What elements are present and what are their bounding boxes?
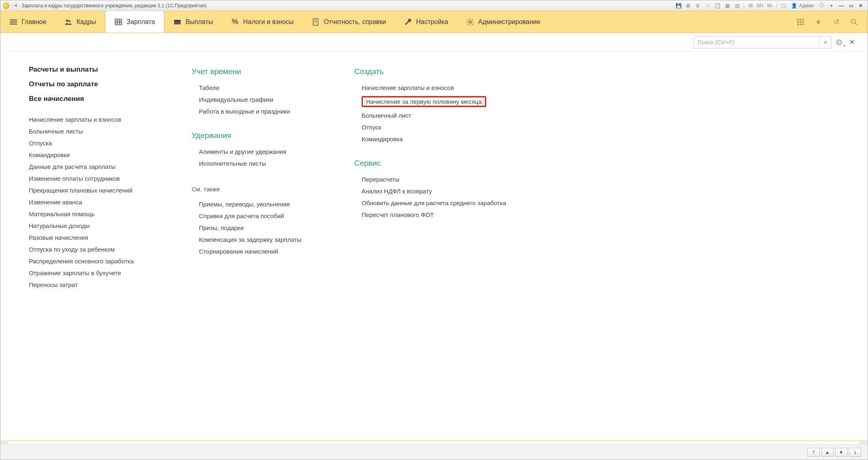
list-item[interactable]: Табели [192,82,330,94]
history-icon[interactable]: ↺ [832,18,841,26]
svg-rect-20 [797,24,799,25]
search-field-wrap: × [693,36,831,48]
nav-settings[interactable]: Настройка [395,11,457,33]
info-icon[interactable]: ⓘ [817,2,826,10]
separator [776,2,777,9]
see-also-links: Приемы, переводы, увольнения Справки для… [192,198,330,257]
minimize-button[interactable]: — [837,2,846,10]
document-icon[interactable]: 🗎 [694,2,702,10]
svg-rect-18 [800,21,801,23]
nav-label: Зарплата [126,18,155,26]
list-item[interactable]: Сторнирования начислений [192,245,330,257]
nav-label: Отчетность, справки [324,18,386,26]
titlebar: ◄ Зарплата и кадры государственного учре… [0,0,868,11]
list-item[interactable]: Прекращения плановых начислений [29,184,167,196]
gear-icon [466,18,474,26]
link-calculations-payments[interactable]: Расчеты и выплаты [29,62,167,77]
maximize-button[interactable]: ▭ [846,2,855,10]
list-item[interactable]: Данные для расчета зарплаты [29,161,167,173]
section-title-service: Сервис [354,159,525,168]
panel-icon[interactable]: ▢ [779,2,788,10]
calendar-icon[interactable]: ▦ [723,2,732,10]
svg-point-0 [66,20,68,22]
svg-rect-16 [802,19,804,20]
list-item[interactable]: Натуральные доходы [29,220,167,232]
svg-rect-17 [797,21,799,23]
list-item[interactable]: Пересчет планового ФОТ [354,209,525,221]
list-item[interactable]: Индивидуальные графики [192,94,330,105]
list-item[interactable]: Отпуска по уходу за ребенком [29,243,167,255]
scroll-top-button[interactable]: ⤒ [807,448,820,457]
link-salary-reports[interactable]: Отчеты по зарплате [29,77,167,92]
list-item[interactable]: Исполнительные листы [192,158,330,169]
link-all-accruals[interactable]: Все начисления [29,92,167,106]
list-item[interactable]: Разовые начисления [29,232,167,243]
list-item[interactable]: Начисление зарплаты и взносов [354,82,525,94]
list-item[interactable]: Перерасчеты [354,173,525,185]
svg-point-13 [469,21,471,23]
nav-salary[interactable]: Зарплата [105,11,164,33]
memory-m-button[interactable]: M [746,2,755,10]
print-icon[interactable]: 🖶 [684,2,693,10]
nav-reports[interactable]: Отчетность, справки [303,11,395,33]
nav-payments[interactable]: Выплаты [164,11,222,33]
close-button[interactable]: ✕ [856,2,865,10]
list-item[interactable]: Отпуск [354,121,525,133]
list-item[interactable]: Распределения основного заработка [29,255,167,267]
clipboard-icon[interactable]: 📋 [713,2,722,10]
scroll-bottom-button[interactable]: ⤓ [849,448,861,457]
list-item[interactable]: Призы, подарки [192,222,330,234]
list-item[interactable]: Материальная помощь [29,208,167,220]
list-item-highlighted[interactable]: Начисление за первую половину месяца [354,94,525,110]
list-item[interactable]: Командировки [29,149,167,161]
list-item[interactable]: Работа в выходные и праздники [192,105,330,117]
list-item[interactable]: Командировка [354,133,525,145]
back-arrow-icon[interactable]: ◄ [12,2,19,9]
svg-point-23 [851,19,855,23]
nav-taxes[interactable]: % Налоги и взносы [222,11,303,33]
close-panel-button[interactable]: ✕ [847,37,857,48]
nav-label: Кадры [76,18,96,26]
search-icon[interactable] [850,18,859,26]
favorite-icon[interactable]: ☆ [703,2,712,10]
column-create: Создать Начисление зарплаты и взносов На… [354,62,525,291]
list-item[interactable]: Обновить данные для расчета среднего зар… [354,197,525,209]
nav-staff[interactable]: Кадры [55,11,105,33]
list-item[interactable]: Переносы затрат [29,279,167,291]
dropdown-icon[interactable]: ▾ [827,2,836,10]
grid-icon[interactable]: ▤ [733,2,742,10]
settings-gear-icon[interactable]: ⚙ [835,37,843,47]
wrench-icon [404,18,412,26]
nav-home[interactable]: Главное [0,11,55,33]
search-input[interactable] [694,37,820,48]
svg-rect-19 [802,21,804,23]
star-icon[interactable]: ★ [814,18,823,26]
list-item[interactable]: Изменение оплаты сотрудников [29,173,167,184]
list-item[interactable]: Приемы, переводы, увольнения [192,198,330,210]
memory-mplus-button[interactable]: M+ [756,2,765,10]
list-item[interactable]: Отражение зарплаты в бухучете [29,267,167,279]
nav-label: Настройка [416,18,448,26]
nav-admin[interactable]: Администрирование [457,11,550,33]
user-label: Админ [799,3,814,9]
list-item[interactable]: Справки для расчета пособий [192,210,330,222]
clear-search-button[interactable]: × [820,37,831,48]
svg-rect-2 [115,19,122,25]
list-item[interactable]: Больничные листы [29,125,167,137]
scroll-down-button[interactable]: ▼ [835,448,847,457]
main-nav: Главное Кадры Зарплата Выплаты % Налоги … [0,11,868,33]
list-item[interactable]: Изменение аванса [29,196,167,208]
list-item[interactable]: Алименты и другие удержания [192,146,330,158]
list-item[interactable]: Анализ НДФЛ к возврату [354,185,525,197]
svg-rect-22 [802,24,804,25]
section-title-see-also: См. также [192,186,330,193]
memory-mminus-button[interactable]: M- [765,2,774,10]
list-item[interactable]: Начисление зарплаты и взносов [29,114,167,125]
list-item[interactable]: Компенсация за задержку зарплаты [192,234,330,245]
user-menu[interactable]: 👤 Админ [789,2,816,10]
apps-grid-icon[interactable] [796,18,805,26]
list-item[interactable]: Больничный лист [354,110,525,121]
save-icon[interactable]: 💾 [674,2,683,10]
scroll-up-button[interactable]: ▲ [821,448,833,457]
list-item[interactable]: Отпуска [29,137,167,149]
